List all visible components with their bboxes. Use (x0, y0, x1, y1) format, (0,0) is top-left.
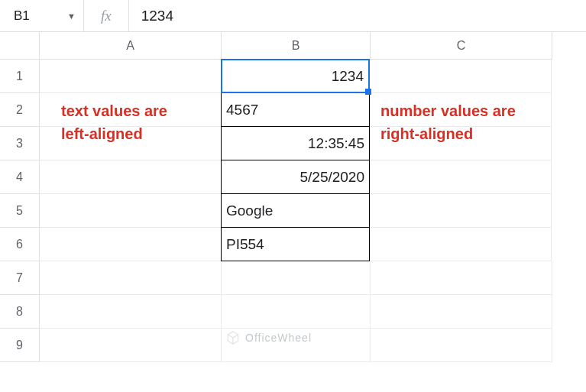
cell-value: Google (226, 202, 273, 219)
row-header-7[interactable]: 7 (0, 261, 40, 295)
select-all-corner[interactable] (0, 32, 40, 60)
cell-b9[interactable] (222, 329, 371, 362)
cell-c8[interactable] (371, 295, 552, 329)
cell-c6[interactable] (370, 228, 552, 261)
cell-a4[interactable] (40, 160, 222, 194)
cell-a6[interactable] (40, 228, 222, 261)
row-header-6[interactable]: 6 (0, 228, 40, 261)
cell-c9[interactable] (371, 329, 552, 362)
cell-reference: B1 (14, 8, 30, 24)
cell-b7[interactable] (222, 261, 371, 295)
cell-value: 5/25/2020 (299, 169, 364, 186)
row-header-1[interactable]: 1 (0, 60, 40, 93)
fx-label: fx (84, 0, 129, 31)
chevron-down-icon[interactable]: ▼ (67, 11, 76, 21)
cell-a2[interactable] (40, 93, 222, 127)
name-box[interactable]: B1 ▼ (0, 0, 84, 31)
row-header-2[interactable]: 2 (0, 93, 40, 127)
cell-a1[interactable] (40, 60, 222, 93)
fill-handle[interactable] (365, 89, 371, 95)
cell-a7[interactable] (40, 261, 222, 295)
row-header-8[interactable]: 8 (0, 295, 40, 329)
cell-value: PI554 (226, 236, 264, 253)
cell-c5[interactable] (370, 194, 552, 228)
col-header-c[interactable]: C (371, 32, 552, 60)
cell-b4[interactable]: 5/25/2020 (221, 160, 370, 194)
row-header-3[interactable]: 3 (0, 127, 40, 160)
cell-c1[interactable] (370, 60, 552, 93)
cell-b3[interactable]: 12:35:45 (221, 126, 370, 160)
column-headers: A B C (40, 32, 552, 60)
cell-b5[interactable]: Google (221, 193, 370, 228)
cell-c7[interactable] (371, 261, 552, 295)
cell-a8[interactable] (40, 295, 222, 329)
cell-b1[interactable]: 1234 (221, 59, 370, 93)
cell-a3[interactable] (40, 127, 222, 160)
cell-c4[interactable] (370, 160, 552, 194)
cell-a9[interactable] (40, 329, 222, 362)
cell-value: 1234 (332, 68, 364, 85)
row-header-9[interactable]: 9 (0, 329, 40, 362)
col-header-a[interactable]: A (40, 32, 222, 60)
cell-value: 12:35:45 (308, 135, 364, 152)
cell-value: 4567 (226, 102, 258, 118)
formula-input[interactable] (129, 0, 586, 31)
formula-bar: B1 ▼ fx (0, 0, 586, 32)
sheet-area: 1 2 3 4 5 6 7 8 9 A B C 1234 (0, 32, 586, 392)
cell-a5[interactable] (40, 194, 222, 228)
col-header-b[interactable]: B (222, 32, 371, 60)
cell-b2[interactable]: 4567 (221, 92, 370, 127)
row-header-4[interactable]: 4 (0, 160, 40, 194)
cell-b6[interactable]: PI554 (221, 227, 370, 261)
cell-grid: 1234 4567 12:35:45 (40, 60, 552, 362)
row-header-5[interactable]: 5 (0, 194, 40, 228)
cell-b8[interactable] (222, 295, 371, 329)
row-headers: 1 2 3 4 5 6 7 8 9 (0, 60, 40, 362)
cell-c2[interactable] (370, 93, 552, 127)
cell-c3[interactable] (370, 127, 552, 160)
